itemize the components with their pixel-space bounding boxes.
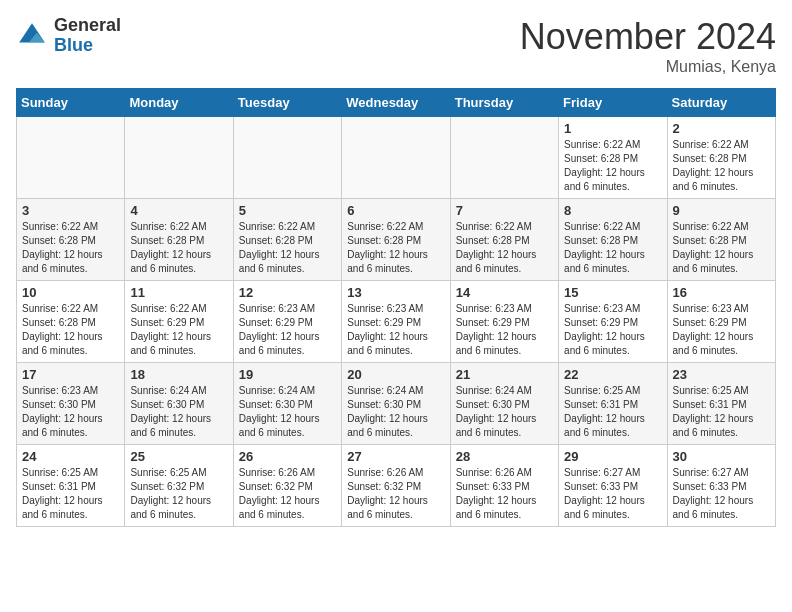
day-cell: 19Sunrise: 6:24 AM Sunset: 6:30 PM Dayli… (233, 363, 341, 445)
day-info: Sunrise: 6:25 AM Sunset: 6:31 PM Dayligh… (673, 384, 770, 440)
day-number: 22 (564, 367, 661, 382)
day-info: Sunrise: 6:24 AM Sunset: 6:30 PM Dayligh… (347, 384, 444, 440)
day-cell (125, 117, 233, 199)
day-info: Sunrise: 6:22 AM Sunset: 6:28 PM Dayligh… (456, 220, 553, 276)
week-row-1: 1Sunrise: 6:22 AM Sunset: 6:28 PM Daylig… (17, 117, 776, 199)
day-cell: 16Sunrise: 6:23 AM Sunset: 6:29 PM Dayli… (667, 281, 775, 363)
day-number: 20 (347, 367, 444, 382)
day-number: 6 (347, 203, 444, 218)
day-cell: 11Sunrise: 6:22 AM Sunset: 6:29 PM Dayli… (125, 281, 233, 363)
week-row-2: 3Sunrise: 6:22 AM Sunset: 6:28 PM Daylig… (17, 199, 776, 281)
day-info: Sunrise: 6:26 AM Sunset: 6:32 PM Dayligh… (347, 466, 444, 522)
col-header-wednesday: Wednesday (342, 89, 450, 117)
day-cell: 15Sunrise: 6:23 AM Sunset: 6:29 PM Dayli… (559, 281, 667, 363)
day-cell: 29Sunrise: 6:27 AM Sunset: 6:33 PM Dayli… (559, 445, 667, 527)
day-info: Sunrise: 6:24 AM Sunset: 6:30 PM Dayligh… (239, 384, 336, 440)
week-row-5: 24Sunrise: 6:25 AM Sunset: 6:31 PM Dayli… (17, 445, 776, 527)
day-info: Sunrise: 6:22 AM Sunset: 6:28 PM Dayligh… (22, 302, 119, 358)
day-cell: 10Sunrise: 6:22 AM Sunset: 6:28 PM Dayli… (17, 281, 125, 363)
day-info: Sunrise: 6:22 AM Sunset: 6:28 PM Dayligh… (673, 138, 770, 194)
day-cell (342, 117, 450, 199)
day-cell: 21Sunrise: 6:24 AM Sunset: 6:30 PM Dayli… (450, 363, 558, 445)
day-info: Sunrise: 6:22 AM Sunset: 6:28 PM Dayligh… (564, 138, 661, 194)
day-info: Sunrise: 6:23 AM Sunset: 6:30 PM Dayligh… (22, 384, 119, 440)
day-info: Sunrise: 6:22 AM Sunset: 6:29 PM Dayligh… (130, 302, 227, 358)
day-cell: 5Sunrise: 6:22 AM Sunset: 6:28 PM Daylig… (233, 199, 341, 281)
day-number: 18 (130, 367, 227, 382)
day-cell: 17Sunrise: 6:23 AM Sunset: 6:30 PM Dayli… (17, 363, 125, 445)
col-header-tuesday: Tuesday (233, 89, 341, 117)
week-row-3: 10Sunrise: 6:22 AM Sunset: 6:28 PM Dayli… (17, 281, 776, 363)
day-cell: 14Sunrise: 6:23 AM Sunset: 6:29 PM Dayli… (450, 281, 558, 363)
day-info: Sunrise: 6:22 AM Sunset: 6:28 PM Dayligh… (239, 220, 336, 276)
day-cell: 6Sunrise: 6:22 AM Sunset: 6:28 PM Daylig… (342, 199, 450, 281)
day-info: Sunrise: 6:26 AM Sunset: 6:32 PM Dayligh… (239, 466, 336, 522)
day-number: 5 (239, 203, 336, 218)
day-cell: 13Sunrise: 6:23 AM Sunset: 6:29 PM Dayli… (342, 281, 450, 363)
day-number: 25 (130, 449, 227, 464)
day-cell: 2Sunrise: 6:22 AM Sunset: 6:28 PM Daylig… (667, 117, 775, 199)
day-number: 30 (673, 449, 770, 464)
day-number: 13 (347, 285, 444, 300)
day-cell: 9Sunrise: 6:22 AM Sunset: 6:28 PM Daylig… (667, 199, 775, 281)
day-cell: 22Sunrise: 6:25 AM Sunset: 6:31 PM Dayli… (559, 363, 667, 445)
day-info: Sunrise: 6:23 AM Sunset: 6:29 PM Dayligh… (564, 302, 661, 358)
day-cell (17, 117, 125, 199)
day-number: 23 (673, 367, 770, 382)
day-cell: 18Sunrise: 6:24 AM Sunset: 6:30 PM Dayli… (125, 363, 233, 445)
day-cell: 25Sunrise: 6:25 AM Sunset: 6:32 PM Dayli… (125, 445, 233, 527)
day-cell: 12Sunrise: 6:23 AM Sunset: 6:29 PM Dayli… (233, 281, 341, 363)
logo: General Blue (16, 16, 121, 56)
day-info: Sunrise: 6:23 AM Sunset: 6:29 PM Dayligh… (347, 302, 444, 358)
location: Mumias, Kenya (520, 58, 776, 76)
page-header: General Blue November 2024 Mumias, Kenya (16, 16, 776, 76)
day-number: 1 (564, 121, 661, 136)
col-header-monday: Monday (125, 89, 233, 117)
day-cell (450, 117, 558, 199)
day-cell (233, 117, 341, 199)
day-cell: 27Sunrise: 6:26 AM Sunset: 6:32 PM Dayli… (342, 445, 450, 527)
day-info: Sunrise: 6:27 AM Sunset: 6:33 PM Dayligh… (673, 466, 770, 522)
day-number: 16 (673, 285, 770, 300)
day-info: Sunrise: 6:24 AM Sunset: 6:30 PM Dayligh… (456, 384, 553, 440)
logo-blue: Blue (54, 36, 121, 56)
day-number: 28 (456, 449, 553, 464)
day-info: Sunrise: 6:22 AM Sunset: 6:28 PM Dayligh… (130, 220, 227, 276)
week-row-4: 17Sunrise: 6:23 AM Sunset: 6:30 PM Dayli… (17, 363, 776, 445)
title-block: November 2024 Mumias, Kenya (520, 16, 776, 76)
day-number: 17 (22, 367, 119, 382)
day-number: 27 (347, 449, 444, 464)
day-info: Sunrise: 6:26 AM Sunset: 6:33 PM Dayligh… (456, 466, 553, 522)
logo-text: General Blue (54, 16, 121, 56)
day-number: 10 (22, 285, 119, 300)
day-cell: 28Sunrise: 6:26 AM Sunset: 6:33 PM Dayli… (450, 445, 558, 527)
day-info: Sunrise: 6:22 AM Sunset: 6:28 PM Dayligh… (564, 220, 661, 276)
col-header-sunday: Sunday (17, 89, 125, 117)
day-number: 14 (456, 285, 553, 300)
day-cell: 26Sunrise: 6:26 AM Sunset: 6:32 PM Dayli… (233, 445, 341, 527)
day-cell: 7Sunrise: 6:22 AM Sunset: 6:28 PM Daylig… (450, 199, 558, 281)
day-info: Sunrise: 6:22 AM Sunset: 6:28 PM Dayligh… (673, 220, 770, 276)
day-number: 21 (456, 367, 553, 382)
day-cell: 23Sunrise: 6:25 AM Sunset: 6:31 PM Dayli… (667, 363, 775, 445)
day-number: 7 (456, 203, 553, 218)
day-number: 9 (673, 203, 770, 218)
logo-icon (16, 20, 48, 52)
day-number: 26 (239, 449, 336, 464)
day-info: Sunrise: 6:23 AM Sunset: 6:29 PM Dayligh… (673, 302, 770, 358)
day-info: Sunrise: 6:25 AM Sunset: 6:31 PM Dayligh… (564, 384, 661, 440)
day-cell: 1Sunrise: 6:22 AM Sunset: 6:28 PM Daylig… (559, 117, 667, 199)
month-title: November 2024 (520, 16, 776, 58)
day-info: Sunrise: 6:24 AM Sunset: 6:30 PM Dayligh… (130, 384, 227, 440)
day-number: 12 (239, 285, 336, 300)
day-cell: 8Sunrise: 6:22 AM Sunset: 6:28 PM Daylig… (559, 199, 667, 281)
day-number: 19 (239, 367, 336, 382)
day-cell: 24Sunrise: 6:25 AM Sunset: 6:31 PM Dayli… (17, 445, 125, 527)
col-header-friday: Friday (559, 89, 667, 117)
logo-general: General (54, 16, 121, 36)
header-row: SundayMondayTuesdayWednesdayThursdayFrid… (17, 89, 776, 117)
day-cell: 3Sunrise: 6:22 AM Sunset: 6:28 PM Daylig… (17, 199, 125, 281)
day-info: Sunrise: 6:27 AM Sunset: 6:33 PM Dayligh… (564, 466, 661, 522)
day-number: 24 (22, 449, 119, 464)
day-number: 15 (564, 285, 661, 300)
